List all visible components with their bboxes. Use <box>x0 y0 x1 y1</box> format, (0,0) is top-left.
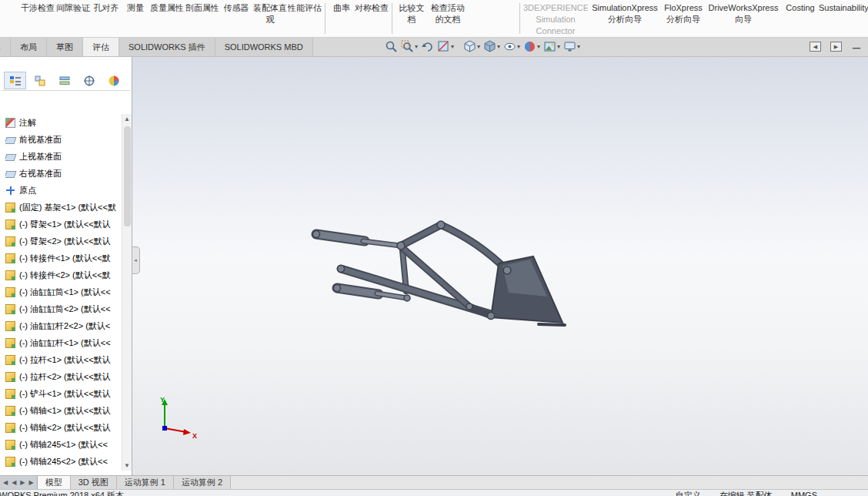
symmetry-check-button[interactable]: 对称检查 <box>355 2 389 14</box>
button-label: 装配体直观 <box>253 3 287 24</box>
button-label: 间隙验证 <box>56 3 90 12</box>
tab-model[interactable]: 模型 <box>38 476 71 489</box>
tree-item[interactable]: 原点 <box>5 182 122 199</box>
reference-triad[interactable]: Y X <box>146 394 202 441</box>
tree-item[interactable]: (固定) 基架<1> (默认<<默 <box>5 199 122 216</box>
compare-documents-button[interactable]: 比较文档 <box>396 2 428 25</box>
tree-item[interactable]: (-) 销轴<1> (默认<<默认 <box>5 402 122 419</box>
tree-item[interactable]: 前视基准面 <box>5 131 122 148</box>
tree-item-label: (-) 油缸缸杆2<2> (默认< <box>19 320 110 332</box>
hide-show-items-icon[interactable] <box>503 40 520 53</box>
tree-item-label: 右视基准面 <box>19 168 62 179</box>
scroll-first-icon[interactable] <box>3 479 8 486</box>
zoom-fit-icon[interactable] <box>385 40 398 53</box>
tree-item[interactable]: (-) 销轴245<1> (默认<< <box>5 436 122 453</box>
feature-manager-icon[interactable] <box>4 72 26 89</box>
customize-label[interactable]: 自定义 <box>676 490 701 496</box>
tab-3d-views[interactable]: 3D 视图 <box>71 476 117 489</box>
measure-button[interactable]: 测量 <box>122 2 149 14</box>
performance-evaluation-button[interactable]: 性能评估 <box>288 2 322 14</box>
view-orientation-icon[interactable] <box>463 40 480 53</box>
configuration-manager-icon[interactable] <box>53 72 75 89</box>
display-style-icon[interactable] <box>483 40 500 53</box>
collapse-right-icon[interactable] <box>830 42 842 52</box>
tree-item[interactable]: (-) 销轴245<2> (默认<< <box>5 453 122 470</box>
dimxpert-manager-icon[interactable] <box>78 72 100 89</box>
zoom-area-icon[interactable] <box>401 40 418 53</box>
tree-item[interactable]: (-) 销轴<2> (默认<<默认 <box>5 419 122 436</box>
clearance-verification-button[interactable]: 间隙验证 <box>55 2 91 14</box>
edit-appearance-icon[interactable] <box>523 40 540 53</box>
tree-item[interactable]: (-) 油缸缸杆2<2> (默认< <box>5 317 122 334</box>
tree-item-label: (-) 销轴<1> (默认<<默认 <box>19 405 111 417</box>
plane-icon <box>5 171 16 178</box>
tree-item[interactable]: (-) 臂架<1> (默认<<默认 <box>5 216 122 233</box>
units-label[interactable]: MMGS <box>791 490 817 496</box>
button-label: 比较文档 <box>399 3 425 24</box>
collapse-left-icon[interactable] <box>810 42 821 52</box>
tree-item[interactable]: (-) 拉杆<2> (默认<<默认 <box>5 368 122 385</box>
minimize-icon[interactable] <box>851 42 862 52</box>
button-label: 测量 <box>127 3 144 12</box>
costing-button[interactable]: Costing <box>782 2 819 14</box>
assembly-visualization-button[interactable]: 装配体直观 <box>252 2 288 25</box>
tab-motion-study-1[interactable]: 运动算例 1 <box>117 476 174 489</box>
tree-item[interactable]: (-) 臂架<2> (默认<<默认 <box>5 233 122 250</box>
ribbon-toolbar: 干涉检查 间隙验证 孔对齐 测量 质量属性 剖面属性 传感器 装配体直观 性能评… <box>0 0 868 37</box>
interference-detection-button[interactable]: 干涉检查 <box>20 2 55 14</box>
scroll-up-icon[interactable] <box>122 114 132 124</box>
tree-item[interactable]: (-) 油缸缸筒<1> (默认<< <box>5 283 122 300</box>
button-label: DriveWorksXpress 向导 <box>709 3 779 24</box>
view-settings-icon[interactable] <box>563 40 580 53</box>
floxpress-button[interactable]: FloXpress 分析向导 <box>662 2 705 25</box>
section-view-icon[interactable] <box>437 40 454 53</box>
scroll-down-icon[interactable] <box>122 461 132 471</box>
tab-solidworks-mbd[interactable]: SOLIDWORKS MBD <box>215 38 313 56</box>
scroll-last-icon[interactable] <box>28 479 33 486</box>
tree-item[interactable]: (-) 拉杆<1> (默认<<默认 <box>5 351 122 368</box>
tree-item-label: 上视基准面 <box>19 151 62 163</box>
tree-item[interactable]: (-) 油缸缸筒<2> (默认<< <box>5 300 122 317</box>
graphics-viewport[interactable]: Y X <box>132 57 868 475</box>
panel-splitter-handle[interactable] <box>132 246 140 274</box>
loader-assembly-model[interactable] <box>132 57 868 475</box>
display-manager-icon[interactable] <box>102 72 125 89</box>
tab-motion-study-2[interactable]: 运动算例 2 <box>174 476 231 489</box>
property-manager-icon[interactable] <box>28 72 51 89</box>
sensor-button[interactable]: 传感器 <box>220 2 252 14</box>
origin-icon <box>5 186 15 196</box>
button-label: 检查活动的文档 <box>431 3 465 24</box>
scrollbar-thumb[interactable] <box>124 126 131 226</box>
button-label: 曲率 <box>333 3 350 12</box>
tree-item[interactable]: 注解 <box>5 114 122 131</box>
tab-sketch[interactable]: 草图 <box>47 38 83 56</box>
section-properties-button[interactable]: 剖面属性 <box>185 2 220 14</box>
previous-view-icon[interactable] <box>421 40 434 53</box>
study-tab-bar: 模型 3D 视图 运动算例 1 运动算例 2 <box>0 475 868 489</box>
tab-assembly[interactable]: 装配体 <box>0 38 11 56</box>
sustainability-button[interactable]: Sustainability <box>819 2 868 14</box>
tab-solidworks-addins[interactable]: SOLIDWORKS 插件 <box>119 38 215 56</box>
tree-item-label: (-) 拉杆<2> (默认<<默认 <box>19 371 111 383</box>
tree-item[interactable]: 右视基准面 <box>5 165 122 182</box>
apply-scene-icon[interactable] <box>543 40 560 53</box>
tree-item[interactable]: 上视基准面 <box>5 148 122 165</box>
tree-item[interactable]: (-) 转接件<2> (默认<<默 <box>5 266 122 283</box>
hole-alignment-button[interactable]: 孔对齐 <box>91 2 122 14</box>
curvature-button[interactable]: 曲率 <box>329 2 355 14</box>
mass-properties-button[interactable]: 质量属性 <box>149 2 185 14</box>
tab-layout[interactable]: 布局 <box>11 38 47 56</box>
simulationxpress-button[interactable]: SimulationXpress 分析向导 <box>588 2 662 25</box>
button-label: 性能评估 <box>288 3 322 12</box>
tab-evaluate[interactable]: 评估 <box>83 38 119 56</box>
driveworksxpress-button[interactable]: DriveWorksXpress 向导 <box>705 2 782 25</box>
scroll-prev-icon[interactable] <box>12 479 16 486</box>
tree-item[interactable]: (-) 油缸缸杆<1> (默认<< <box>5 334 122 351</box>
scroll-next-icon[interactable] <box>20 479 25 486</box>
tab-label: 运动算例 2 <box>182 477 222 488</box>
tree-item[interactable]: (-) 转接件<1> (默认<<默 <box>5 250 122 266</box>
tree-scrollbar[interactable] <box>122 114 132 471</box>
check-document-button[interactable]: 检查活动的文档 <box>428 2 468 25</box>
tree-item[interactable]: (-) 铲斗<1> (默认<<默认 <box>5 385 122 402</box>
tree-item-label: (-) 销轴245<1> (默认<< <box>19 439 108 451</box>
